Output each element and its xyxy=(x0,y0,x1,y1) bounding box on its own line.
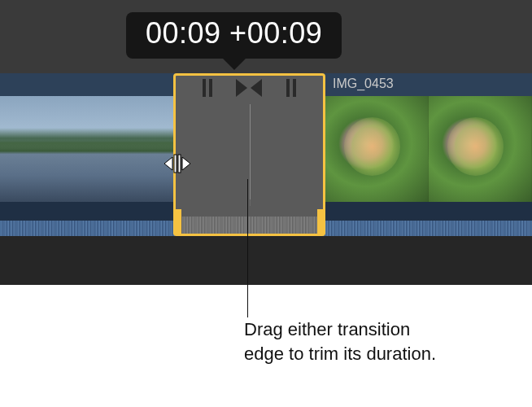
svg-rect-1 xyxy=(209,79,212,97)
transition-center-line xyxy=(250,104,251,206)
annotation-line: edge to trim its duration. xyxy=(244,342,436,366)
pause-bars-icon xyxy=(202,79,213,102)
tooltip-arrow xyxy=(223,59,246,70)
timeline-empty-area xyxy=(0,236,532,285)
thumbnail-frame xyxy=(325,96,429,202)
duration-tooltip: 00:09 +00:09 xyxy=(126,12,342,59)
svg-marker-3 xyxy=(251,79,262,97)
svg-rect-0 xyxy=(203,79,206,97)
svg-marker-9 xyxy=(182,157,190,170)
clip-name-label: IMG_0453 xyxy=(333,77,394,91)
tooltip-delta-time: +00:09 xyxy=(229,16,322,50)
svg-rect-8 xyxy=(178,155,181,173)
annotation-line: Drag either transition xyxy=(244,317,436,342)
svg-marker-2 xyxy=(236,79,247,97)
svg-rect-4 xyxy=(286,79,290,97)
pause-bars-icon xyxy=(286,79,297,102)
callout-leader-line xyxy=(247,179,248,317)
help-annotation: Drag either transition edge to trim its … xyxy=(244,317,436,365)
bowtie-icon xyxy=(236,79,262,102)
svg-rect-5 xyxy=(293,79,296,97)
trim-edge-arrows-icon xyxy=(163,151,189,176)
timeline[interactable]: IMG_0453 xyxy=(0,73,532,252)
svg-marker-6 xyxy=(164,157,172,170)
transition-edge-right[interactable] xyxy=(317,209,325,235)
clip-thumbnail-right[interactable] xyxy=(325,96,532,202)
thumbnail-frame xyxy=(429,96,532,202)
transition-waveform xyxy=(176,199,323,234)
transition-edge-left[interactable] xyxy=(173,209,181,235)
transition-icon-row xyxy=(176,79,323,102)
svg-rect-7 xyxy=(174,155,177,173)
tooltip-current-time: 00:09 xyxy=(146,16,221,50)
clip-thumbnail-left[interactable] xyxy=(0,96,173,202)
transition-block[interactable] xyxy=(173,73,325,236)
